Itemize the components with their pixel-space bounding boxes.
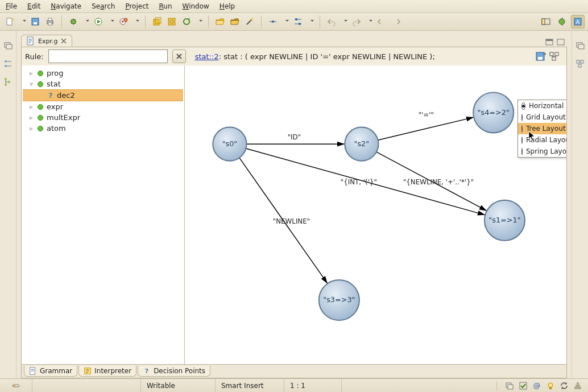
menu-search[interactable]: Search: [92, 2, 115, 10]
tree-row[interactable]: expr: [23, 101, 183, 112]
generate1-button[interactable]: [150, 15, 164, 28]
dfa-panel[interactable]: "ID""'='""{NEWLINE, '+'..'*'}""{INT, '('…: [185, 65, 566, 364]
layout-option[interactable]: Horizontal: [518, 100, 566, 112]
wire1-button[interactable]: [266, 15, 290, 28]
generate3-button[interactable]: [180, 15, 204, 28]
menu-edit[interactable]: Edit: [27, 2, 40, 10]
dfa-node-s4[interactable]: "s4=>2": [473, 92, 514, 133]
gutter-restore-right-icon[interactable]: [575, 41, 585, 50]
menu-run[interactable]: Run: [159, 2, 172, 10]
layout-option-label: Tree Layout: [526, 125, 566, 133]
editor-tabbar: Expr.g: [21, 33, 567, 47]
wire2-button[interactable]: [291, 15, 315, 28]
status-build-icon[interactable]: [573, 381, 582, 390]
toolbar: A: [0, 13, 588, 31]
progress-icon[interactable]: [11, 381, 20, 390]
layout-icon[interactable]: [549, 52, 560, 61]
tree-row[interactable]: atom: [23, 123, 183, 134]
redo2-button[interactable]: [390, 15, 403, 28]
rule-input[interactable]: [48, 49, 168, 63]
main-split: progstat?dec2exprmultExpratom: [22, 65, 566, 364]
bottom-tab-grammar[interactable]: Grammar: [24, 366, 77, 377]
layout-option[interactable]: Grid Layout: [518, 112, 566, 123]
svg-point-62: [548, 383, 553, 387]
redo-button[interactable]: [350, 15, 374, 28]
undo-button[interactable]: [325, 15, 349, 28]
open-folder-alt-button[interactable]: [228, 15, 242, 28]
menu-project[interactable]: Project: [125, 2, 148, 10]
svg-rect-36: [546, 39, 553, 41]
gutter-outline-icon[interactable]: [3, 59, 13, 68]
tree-row[interactable]: prog: [23, 68, 183, 79]
run-ext-button[interactable]: [117, 15, 140, 28]
tree-row[interactable]: multExpr: [23, 112, 183, 123]
bottom-tab-decision-points[interactable]: ?Decision Points: [138, 366, 210, 377]
status-restore-icon[interactable]: [505, 381, 514, 390]
dfa-edge: [378, 117, 474, 140]
twisty-icon[interactable]: [28, 70, 34, 76]
status-bulb-icon[interactable]: [546, 381, 555, 390]
radio-icon: [521, 137, 523, 144]
perspective-open-button[interactable]: [539, 15, 553, 28]
twisty-icon[interactable]: [28, 114, 34, 121]
layout-option[interactable]: Radial Layout: [518, 134, 566, 146]
rule-row: Rule: stat::2: stat : ( expr NEWLINE | I…: [22, 47, 566, 65]
svg-rect-55: [578, 64, 581, 67]
gutter-tree-icon[interactable]: [3, 77, 13, 86]
svg-rect-2: [34, 22, 37, 24]
maximize-icon[interactable]: [557, 39, 565, 46]
layout-option[interactable]: Tree Layout: [518, 123, 566, 134]
dfa-node-label: "s3=>3": [323, 295, 355, 304]
tree-row-label: atom: [47, 124, 66, 133]
perspective-debug-button[interactable]: [555, 15, 569, 28]
tree-row[interactable]: stat: [23, 79, 183, 89]
dfa-node-s1[interactable]: "s1=>1": [485, 200, 525, 241]
dfa-node-s0[interactable]: "s0": [213, 127, 246, 161]
rule-icon: [38, 71, 43, 76]
status-at-icon[interactable]: @: [532, 381, 541, 390]
perspective-antlr-button[interactable]: A: [571, 15, 585, 28]
svg-rect-63: [549, 387, 552, 389]
minimize-icon[interactable]: [545, 39, 553, 46]
open-folder-button[interactable]: [213, 15, 227, 28]
twisty-icon[interactable]: [28, 104, 34, 110]
undo2-button[interactable]: [375, 15, 388, 28]
dfa-node-s2[interactable]: "s2": [345, 127, 378, 161]
save-button[interactable]: [28, 15, 42, 28]
gutter-outline-right-icon[interactable]: [575, 59, 585, 68]
clear-rule-button[interactable]: [172, 49, 186, 63]
svg-point-31: [5, 78, 7, 80]
menu-file[interactable]: File: [6, 2, 17, 10]
generate2-button[interactable]: [165, 15, 179, 28]
gutter-restore-icon[interactable]: [3, 41, 13, 50]
twisty-icon[interactable]: [28, 125, 34, 131]
svg-rect-39: [538, 57, 543, 60]
save-as-icon[interactable]: [536, 52, 546, 61]
menu-navigate[interactable]: Navigate: [51, 2, 81, 10]
status-task-icon[interactable]: [519, 381, 528, 390]
status-insert-mode: Smart Insert: [216, 379, 284, 392]
rule-definition-link[interactable]: stat::2: [195, 52, 219, 61]
close-icon[interactable]: [60, 38, 67, 44]
status-sync-icon[interactable]: [560, 381, 569, 390]
twisty-icon[interactable]: [28, 81, 34, 87]
menu-help[interactable]: Help: [220, 2, 235, 10]
run-button[interactable]: [92, 15, 115, 28]
editor-tab-expr[interactable]: Expr.g: [21, 35, 72, 47]
layout-menu-popup[interactable]: HorizontalGrid LayoutTree LayoutRadial L…: [517, 100, 566, 158]
layout-option-label: Spring Layout: [526, 147, 566, 155]
bottom-tab-label: Interpreter: [94, 367, 131, 375]
radio-icon: [521, 114, 523, 121]
dfa-node-s3[interactable]: "s3=>3": [319, 280, 359, 320]
svg-point-22: [559, 19, 565, 24]
print-button[interactable]: [43, 15, 57, 28]
dfa-edge-label: "ID": [288, 133, 301, 141]
editor-tab-label: Expr.g: [38, 38, 57, 45]
menu-window[interactable]: Window: [183, 2, 209, 10]
new-wizard-button[interactable]: [3, 15, 27, 28]
bottom-tab-interpreter[interactable]: Interpreter: [78, 366, 136, 377]
tree-row[interactable]: ?dec2: [23, 89, 183, 101]
debug-button[interactable]: [67, 15, 90, 28]
wand-button[interactable]: [243, 15, 256, 28]
layout-option[interactable]: Spring Layout: [518, 146, 566, 157]
